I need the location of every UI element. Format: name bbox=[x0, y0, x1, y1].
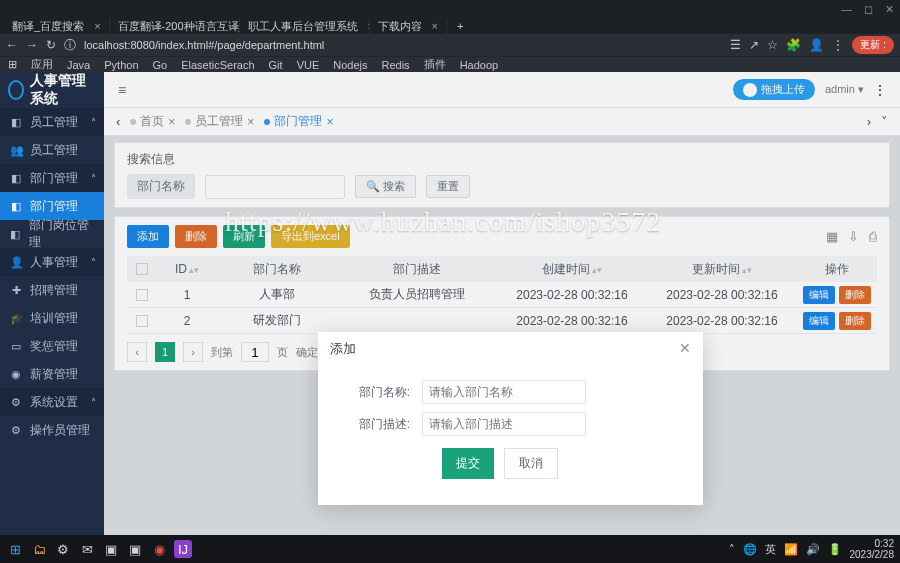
ime-icon[interactable]: 🌐 bbox=[743, 543, 757, 556]
maximize-icon[interactable]: ◻ bbox=[864, 3, 873, 16]
browser-tab[interactable]: 下载内容× bbox=[370, 18, 447, 34]
reload-icon[interactable]: ↻ bbox=[46, 38, 56, 52]
terminal-icon[interactable]: ▣ bbox=[102, 540, 120, 558]
bookmark-item[interactable]: Go bbox=[153, 59, 168, 71]
browser-tab[interactable]: 百度翻译-200种语言互译_沟通...× bbox=[110, 18, 240, 34]
add-dept-modal: 添加 ✕ 部门名称: 部门描述: 提交 取消 bbox=[318, 332, 703, 505]
wifi-icon[interactable]: 📶 bbox=[784, 543, 798, 556]
update-pill[interactable]: 更新 : bbox=[852, 36, 894, 54]
forward-icon[interactable]: → bbox=[26, 38, 38, 52]
browser-tabs: 翻译_百度搜索× 百度翻译-200种语言互译_沟通...× 职工人事后台管理系统… bbox=[0, 18, 900, 34]
bookmark-item[interactable]: 插件 bbox=[424, 57, 446, 72]
window-titlebar: — ◻ ✕ bbox=[0, 0, 900, 18]
term2-icon[interactable]: ▣ bbox=[126, 540, 144, 558]
dept-desc-field[interactable] bbox=[422, 412, 586, 436]
mail-icon[interactable]: ✉ bbox=[78, 540, 96, 558]
dept-name-field[interactable] bbox=[422, 380, 586, 404]
bookmark-item[interactable]: Hadoop bbox=[460, 59, 499, 71]
share-icon[interactable]: ↗ bbox=[749, 38, 759, 52]
tab-close-icon[interactable]: × bbox=[432, 20, 438, 32]
account-icon[interactable]: 👤 bbox=[809, 38, 824, 52]
cancel-button[interactable]: 取消 bbox=[504, 448, 558, 479]
new-tab-button[interactable]: + bbox=[447, 18, 473, 34]
field-label-desc: 部门描述: bbox=[338, 416, 410, 433]
bookmark-item[interactable]: Nodejs bbox=[333, 59, 367, 71]
bookmark-item[interactable]: ElaseticSerach bbox=[181, 59, 254, 71]
bookmark-item[interactable]: VUE bbox=[297, 59, 320, 71]
bookmark-item[interactable]: Git bbox=[269, 59, 283, 71]
sound-icon[interactable]: 🔊 bbox=[806, 543, 820, 556]
bookmark-item[interactable]: 应用 bbox=[31, 57, 53, 72]
tab-close-icon[interactable]: × bbox=[94, 20, 100, 32]
star-icon[interactable]: ☆ bbox=[767, 38, 778, 52]
menu-icon[interactable]: ⋮ bbox=[832, 38, 844, 52]
browser-tab[interactable]: 职工人事后台管理系统× bbox=[240, 18, 370, 34]
modal-title: 添加 bbox=[330, 340, 356, 358]
back-icon[interactable]: ← bbox=[6, 38, 18, 52]
url-input[interactable]: localhost:8080/index.html#/page/departme… bbox=[84, 39, 722, 51]
field-label-name: 部门名称: bbox=[338, 384, 410, 401]
bookmark-item[interactable]: Java bbox=[67, 59, 90, 71]
bookmark-item[interactable]: Python bbox=[104, 59, 138, 71]
modal-close-icon[interactable]: ✕ bbox=[679, 340, 691, 358]
chrome-icon[interactable]: ◉ bbox=[150, 540, 168, 558]
close-icon[interactable]: ✕ bbox=[885, 3, 894, 16]
apps-icon[interactable]: ⊞ bbox=[8, 58, 17, 71]
submit-button[interactable]: 提交 bbox=[442, 448, 494, 479]
explorer-icon[interactable]: 🗂 bbox=[30, 540, 48, 558]
info-icon[interactable]: ⓘ bbox=[64, 37, 76, 54]
taskbar: ⊞ 🗂 ⚙ ✉ ▣ ▣ ◉ IJ ˄ 🌐 英 📶 🔊 🔋 0:32 2023/2… bbox=[0, 535, 900, 563]
settings-icon[interactable]: ⚙ bbox=[54, 540, 72, 558]
translate-icon[interactable]: ☰ bbox=[730, 38, 741, 52]
extensions-icon[interactable]: 🧩 bbox=[786, 38, 801, 52]
tray-up-icon[interactable]: ˄ bbox=[729, 543, 735, 556]
browser-tab[interactable]: 翻译_百度搜索× bbox=[4, 18, 110, 34]
bookmark-item[interactable]: Redis bbox=[382, 59, 410, 71]
lang-icon[interactable]: 英 bbox=[765, 542, 776, 557]
start-icon[interactable]: ⊞ bbox=[6, 540, 24, 558]
address-bar: ← → ↻ ⓘ localhost:8080/index.html#/page/… bbox=[0, 34, 900, 56]
bookmarks-bar: ⊞ 应用 Java Python Go ElaseticSerach Git V… bbox=[0, 56, 900, 72]
minimize-icon[interactable]: — bbox=[841, 3, 852, 15]
clock[interactable]: 0:32 2023/2/28 bbox=[850, 538, 895, 560]
battery-icon[interactable]: 🔋 bbox=[828, 543, 842, 556]
idea-icon[interactable]: IJ bbox=[174, 540, 192, 558]
